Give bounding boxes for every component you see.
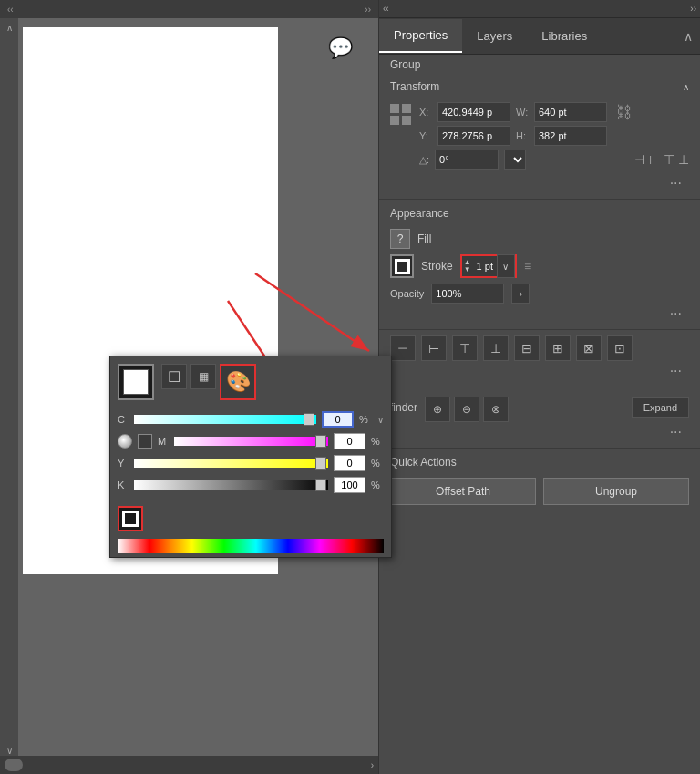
scroll-left-arrow[interactable]: ‹‹	[0, 5, 14, 15]
slider-k-track[interactable]	[134, 480, 328, 490]
color-picker-top: ☐ ▦ 🎨	[110, 356, 391, 408]
stroke-spinner-down[interactable]: ▼	[464, 266, 471, 273]
slider-c-input[interactable]	[322, 411, 354, 428]
canvas-left-bar: ∧ ∨	[0, 18, 18, 756]
slider-k-row: K %	[118, 477, 384, 493]
pathfinder-more-btn[interactable]: ···	[663, 422, 689, 442]
h-label: H:	[516, 130, 529, 141]
appearance-more-btn[interactable]: ···	[663, 304, 689, 324]
checkbox-m[interactable]	[138, 434, 152, 449]
panel-scroll[interactable]: Group Transform ∧	[379, 55, 700, 774]
stroke-expand-btn[interactable]: ∨	[497, 254, 515, 278]
transform-yh-row: Y: H:	[419, 126, 689, 146]
panel-collapse-btn[interactable]: ∧	[676, 25, 700, 48]
tab-layers[interactable]: Layers	[462, 20, 527, 52]
w-label: W:	[516, 107, 529, 118]
comment-icon[interactable]: 💬	[328, 36, 353, 60]
distribute-v-btn[interactable]: ⊡	[607, 335, 633, 361]
slider-k-input[interactable]	[334, 477, 365, 493]
transform-grid-dots	[390, 104, 412, 126]
transform-section: X: W: ⛓ Y: H:	[379, 97, 700, 200]
color-mode-palette[interactable]: 🎨	[220, 364, 256, 400]
quick-actions-header: Quick Actions	[390, 456, 689, 472]
stroke-preview[interactable]	[390, 254, 414, 278]
panel-tabs: Properties Layers Libraries ∧	[379, 18, 700, 55]
slider-y-track[interactable]	[134, 459, 328, 468]
pathfinder-intersect[interactable]: ⊗	[483, 397, 509, 422]
fill-question-btn[interactable]: ?	[390, 229, 410, 249]
angle-label: △:	[419, 154, 429, 166]
pathfinder-row: finder ⊕ ⊖ ⊗ Expand	[390, 393, 689, 422]
scroll-up-arrow[interactable]: ∧	[6, 23, 13, 33]
pathfinder-expand-btn[interactable]: Expand	[632, 397, 689, 418]
color-mode-buttons: ☐ ▦ 🎨	[161, 364, 256, 400]
opacity-label: Opacity	[390, 288, 424, 299]
align-icon-1[interactable]: ⊣	[634, 152, 645, 167]
align-section: ⊣ ⊢ ⊤ ⊥ ⊟ ⊞ ⊠ ⊡ ···	[379, 330, 700, 387]
align-top-btn[interactable]: ⊥	[483, 335, 509, 361]
slider-c-track[interactable]	[134, 415, 316, 424]
angle-dropdown[interactable]: ∨	[504, 150, 526, 170]
slider-k-thumb[interactable]	[315, 479, 326, 491]
appearance-section-header: Appearance	[379, 200, 700, 223]
align-more-btn[interactable]: ···	[663, 361, 689, 381]
color-spectrum-bar[interactable]	[118, 539, 384, 553]
stroke-fill-swatch[interactable]	[118, 364, 154, 400]
transform-collapse[interactable]: ∧	[683, 82, 689, 92]
canvas-bottom-bar: ›	[0, 756, 378, 774]
align-left-btn[interactable]: ⊣	[390, 335, 416, 361]
zoom-indicator[interactable]	[5, 759, 23, 771]
offset-path-btn[interactable]: Offset Path	[390, 478, 536, 505]
slider-m-input[interactable]	[334, 433, 365, 449]
transform-more-btn[interactable]: ···	[663, 173, 689, 193]
slider-y-input[interactable]	[334, 455, 365, 471]
stroke-spinners: ▲ ▼	[462, 259, 473, 273]
fill-swatch-inner	[123, 369, 149, 395]
stroke-label: Stroke	[421, 260, 453, 273]
right-panel: ‹‹ ›› Properties Layers Libraries ∧ Grou…	[378, 0, 700, 774]
scroll-down-arrow[interactable]: ∨	[6, 746, 13, 756]
align-bottom-btn[interactable]: ⊞	[545, 335, 571, 361]
align-icon-4[interactable]: ⊥	[678, 152, 689, 167]
angle-input[interactable]	[435, 150, 499, 170]
panel-left-arrows[interactable]: ‹‹	[383, 4, 389, 14]
panel-right-arrows[interactable]: ››	[690, 4, 696, 14]
align-icon-3[interactable]: ⊤	[664, 152, 674, 167]
slider-m-thumb[interactable]	[315, 435, 326, 448]
slider-y-thumb[interactable]	[315, 457, 326, 470]
pathfinder-unite[interactable]: ⊕	[425, 397, 450, 422]
pathfinder-minus[interactable]: ⊖	[454, 397, 479, 422]
h-input[interactable]	[534, 126, 607, 146]
canvas-right-arrow[interactable]: ›	[371, 760, 374, 770]
align-center-h-btn[interactable]: ⊢	[421, 335, 447, 361]
align-icon-2[interactable]: ⊢	[649, 152, 660, 167]
tab-libraries[interactable]: Libraries	[527, 20, 602, 52]
color-mode-grid[interactable]: ▦	[190, 364, 216, 389]
stroke-input-group: ▲ ▼ 1 pt ∨	[460, 254, 517, 278]
slider-c-expand[interactable]: ∨	[377, 415, 384, 425]
scroll-right-arrow[interactable]: ››	[365, 5, 378, 15]
align-right-btn[interactable]: ⊤	[452, 335, 478, 361]
chain-lock-icon[interactable]: ⛓	[616, 103, 633, 122]
y-label: Y:	[419, 130, 432, 141]
tab-properties[interactable]: Properties	[379, 19, 462, 53]
slider-c-thumb[interactable]	[304, 413, 314, 426]
transform-inputs: X: W: ⛓ Y: H:	[419, 102, 689, 170]
y-input[interactable]	[438, 126, 510, 146]
slider-m-track[interactable]	[174, 437, 328, 446]
slider-k-percent: %	[371, 480, 384, 490]
stroke-list-icon[interactable]: ≡	[524, 259, 531, 273]
align-center-v-btn[interactable]: ⊟	[514, 335, 540, 361]
opacity-expand-btn[interactable]: ›	[511, 284, 530, 304]
color-mode-cube[interactable]: ☐	[161, 364, 187, 389]
w-input[interactable]	[534, 102, 607, 122]
stroke-mini-icon[interactable]	[118, 506, 143, 531]
stroke-fill-mini-icons	[110, 502, 391, 535]
opacity-input[interactable]	[431, 284, 504, 304]
x-input[interactable]	[438, 102, 510, 122]
ungroup-btn[interactable]: Ungroup	[543, 478, 689, 505]
slider-y-row: Y %	[118, 455, 384, 471]
sphere-icon-row: M %	[118, 433, 384, 449]
distribute-h-btn[interactable]: ⊠	[576, 335, 602, 361]
opacity-row: Opacity ›	[390, 284, 689, 304]
